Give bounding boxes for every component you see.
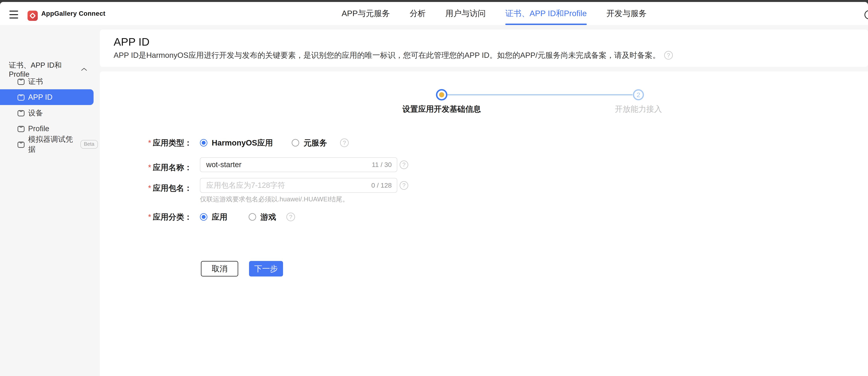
tab-develop-services[interactable]: 开发与服务 bbox=[607, 2, 647, 25]
required-asterisk: * bbox=[148, 184, 151, 192]
stepper-step2-label: 开放能力接入 bbox=[580, 104, 698, 114]
package-name-hint: 仅联运游戏要求包名必须以.huawei/.HUAWEI结尾。 bbox=[200, 195, 349, 204]
app-bag-icon bbox=[17, 109, 25, 117]
required-asterisk: * bbox=[148, 212, 151, 221]
sidebar-items: 证书 APP ID 设备 Profile 模拟器调试凭据 Beta bbox=[0, 74, 98, 152]
tab-certificates-appid-profile[interactable]: 证书、APP ID和Profile bbox=[505, 2, 587, 25]
stepper-step2-circle: 2 bbox=[633, 89, 644, 100]
sidebar-item-certificates[interactable]: 证书 bbox=[0, 74, 98, 89]
required-asterisk: * bbox=[148, 139, 151, 147]
radio-atomic-service[interactable] bbox=[292, 139, 299, 146]
page-description: APP ID是HarmonyOS应用进行开发与发布的关键要素，是识别您的应用的唯… bbox=[114, 50, 660, 61]
radio-category-app[interactable] bbox=[200, 213, 207, 221]
sidebar-item-emulator-credentials[interactable]: 模拟器调试凭据 Beta bbox=[0, 137, 98, 152]
radio-category-game-label[interactable]: 游戏 bbox=[260, 211, 276, 223]
radio-harmonyos-app[interactable] bbox=[200, 139, 207, 146]
radio-category-game[interactable] bbox=[249, 213, 256, 221]
app-type-label: *应用类型： bbox=[100, 138, 192, 147]
page-intro-panel: APP ID APP ID是HarmonyOS应用进行开发与发布的关键要素，是识… bbox=[100, 29, 868, 67]
top-nav: APP与元服务 分析 用户与访问 证书、APP ID和Profile 开发与服务 bbox=[342, 2, 647, 25]
stepper-step1-dot bbox=[439, 92, 444, 97]
app-type-help-icon[interactable]: ? bbox=[340, 139, 349, 147]
radio-harmonyos-app-label[interactable]: HarmonyOS应用 bbox=[212, 138, 273, 148]
app-name-label: *应用名称： bbox=[100, 160, 192, 175]
appgallery-logo-icon[interactable] bbox=[28, 10, 38, 21]
app-header: AppGallery Connect APP与元服务 分析 用户与访问 证书、A… bbox=[0, 2, 868, 25]
radio-atomic-service-label[interactable]: 元服务 bbox=[304, 138, 327, 148]
stepper-step1-label: 设置应用开发基础信息 bbox=[383, 104, 501, 114]
page-title: APP ID bbox=[114, 35, 150, 48]
sidebar-item-appid[interactable]: APP ID bbox=[0, 89, 94, 105]
package-name-label: *应用包名： bbox=[100, 181, 192, 196]
app-name-input[interactable] bbox=[200, 157, 397, 172]
chevron-up-icon bbox=[81, 67, 88, 71]
app-bag-icon bbox=[17, 140, 25, 149]
brand-title: AppGallery Connect bbox=[41, 2, 105, 25]
sidebar-item-devices[interactable]: 设备 bbox=[0, 105, 98, 121]
category-label: *应用分类： bbox=[100, 212, 192, 222]
app-bag-icon bbox=[17, 124, 25, 133]
appid-form-card: 2 设置应用开发基础信息 开放能力接入 *应用类型： HarmonyOS应用 元… bbox=[100, 71, 868, 376]
stepper-step1-circle bbox=[436, 89, 447, 100]
category-help-icon[interactable]: ? bbox=[286, 212, 295, 221]
app-name-help-icon[interactable]: ? bbox=[400, 161, 408, 169]
required-asterisk: * bbox=[148, 163, 151, 172]
active-tab-underline bbox=[505, 24, 587, 25]
package-name-help-icon[interactable]: ? bbox=[400, 181, 408, 190]
tab-users-access[interactable]: 用户与访问 bbox=[445, 2, 486, 25]
app-bag-icon bbox=[17, 77, 25, 86]
hamburger-menu-icon[interactable] bbox=[9, 10, 18, 19]
cancel-button[interactable]: 取消 bbox=[201, 261, 238, 277]
sidebar-item-profile[interactable]: Profile bbox=[0, 121, 98, 137]
sidebar: 证书、APP ID和Profile 证书 APP ID 设备 Profile 模… bbox=[0, 25, 98, 376]
package-name-input[interactable] bbox=[200, 178, 397, 193]
user-icon[interactable] bbox=[865, 10, 868, 19]
tab-analytics[interactable]: 分析 bbox=[410, 2, 426, 25]
radio-category-app-label[interactable]: 应用 bbox=[212, 211, 227, 223]
app-bag-icon bbox=[17, 93, 25, 102]
tab-app-services[interactable]: APP与元服务 bbox=[342, 2, 390, 25]
beta-badge: Beta bbox=[81, 140, 98, 148]
next-step-button[interactable]: 下一步 bbox=[249, 261, 283, 277]
help-icon[interactable]: ? bbox=[664, 51, 673, 60]
stepper-connector bbox=[447, 94, 632, 95]
